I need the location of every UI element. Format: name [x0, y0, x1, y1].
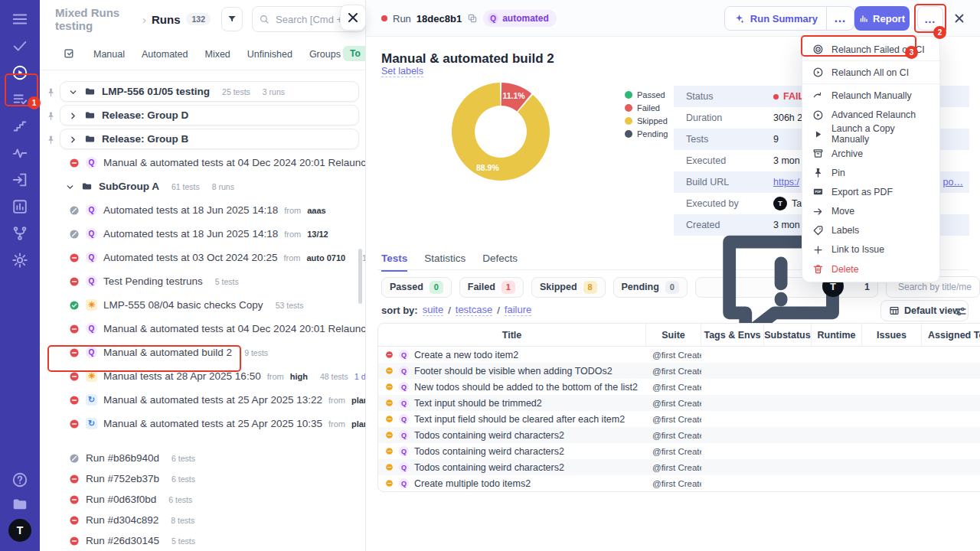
filter-button[interactable] [221, 7, 243, 31]
sort-link-failure[interactable]: failure [505, 304, 531, 316]
test-row[interactable]: QNew todos should be added to the bottom… [378, 379, 980, 395]
run-list-item-selected[interactable]: QManual & automated build 29 tests [40, 341, 365, 364]
test-row[interactable]: QCreate a new todo item2@first Create ..… [378, 347, 980, 363]
test-row[interactable]: QText input field should be cleared afte… [378, 411, 980, 427]
run-subgroup-row[interactable]: SubGroup A61 tests8 runs [40, 174, 365, 198]
run-list-item[interactable]: Run #0d63f0bd6 tests [40, 489, 365, 510]
column-header-tags-envs[interactable]: Tags & Envs [701, 324, 764, 346]
menu-item-advanced-relaunch[interactable]: Advanced Relaunch [802, 106, 939, 125]
test-title[interactable]: Todos containing weird characters2 [414, 430, 564, 441]
panel-close-button[interactable] [340, 5, 366, 31]
menu-item-link-to-issue[interactable]: Link to Issue [802, 240, 939, 259]
sidebar-analytics-icon[interactable] [8, 198, 31, 215]
filter-chip-passed[interactable]: Passed0 [381, 277, 452, 298]
column-header-issues[interactable]: Issues [862, 324, 922, 346]
test-row[interactable]: QTodos containing weird characters2@firs… [378, 459, 980, 475]
run-list-item[interactable]: ✳Manual tests at 28 Apr 2025 16:50fromhi… [40, 364, 365, 388]
sidebar-branch-icon[interactable] [8, 225, 31, 242]
run-list-item[interactable]: ↻Manual & automated tests at 25 Apr 2025… [40, 388, 365, 412]
sort-link-suite[interactable]: suite [423, 304, 443, 316]
menu-item-pin[interactable]: Pin [802, 163, 939, 182]
run-list-item[interactable]: ✳LMP-555 08/04 basic checks Copy53 tests [40, 293, 365, 317]
test-title[interactable]: Todos containing weird characters2 [414, 446, 564, 457]
menu-item-launch-a-copy-manually[interactable]: Launch a Copy Manually [802, 125, 939, 144]
test-row[interactable]: QText input should be trimmed2@first Cre… [378, 395, 980, 411]
run-list-item[interactable]: ↻Manual & automated tests at 25 Apr 2025… [40, 412, 365, 435]
menu-item-relaunch-all-on-ci[interactable]: Relaunch All on CI [802, 63, 939, 82]
breadcrumb-project[interactable]: Mixed Runs testing [55, 6, 137, 32]
runs-tab-automated[interactable]: Automated [142, 49, 188, 60]
runs-tab-unfinished[interactable]: Unfinished [247, 49, 292, 60]
chevron-down-icon[interactable] [65, 181, 75, 191]
filter-chip-failed[interactable]: Failed1 [459, 277, 524, 298]
menu-item-relaunch-failed-on-ci[interactable]: Relaunch Failed on CI [802, 40, 939, 59]
run-list-item[interactable]: Run #d304c8928 tests [40, 510, 365, 530]
run-list-item[interactable]: QAutomated tests at 03 Oct 2024 20:25fro… [40, 246, 365, 269]
run-list-item[interactable]: QManual & automated tests at 04 Dec 2024… [40, 151, 365, 174]
test-row[interactable]: QFooter should be visible when adding TO… [378, 363, 980, 379]
workspace-avatar[interactable]: T [8, 519, 31, 542]
build-url-link-tail[interactable]: po… [943, 177, 963, 187]
sidebar-menu-icon[interactable] [8, 11, 31, 28]
column-header-suite[interactable]: Suite [646, 324, 701, 346]
column-header-runtime[interactable]: Runtime [812, 324, 862, 346]
run-list-item[interactable]: QAutomated tests at 18 Jun 2025 14:18fro… [40, 198, 365, 222]
menu-item-labels[interactable]: Labels [802, 221, 939, 240]
run-list-item[interactable]: QManual & automated tests at 04 Dec 2024… [40, 317, 365, 341]
sidebar-steps-icon[interactable] [8, 118, 31, 135]
sidebar-report-list-icon[interactable] [8, 91, 31, 108]
run-list-item[interactable]: Run #b86b940d6 tests [40, 448, 365, 468]
run-group-row[interactable]: LMP-556 01/05 testing25 tests3 runs [40, 80, 365, 103]
menu-item-relaunch-manually[interactable]: Relaunch Manually [802, 86, 939, 105]
filter-chip-skipped[interactable]: Skipped8 [531, 277, 606, 298]
close-detail-icon[interactable] [952, 11, 966, 25]
test-title[interactable]: Create a new todo item2 [414, 350, 518, 360]
run-defects-link[interactable]: 1 defects [354, 372, 365, 381]
tests-search-input[interactable] [897, 281, 973, 293]
run-group-row[interactable]: Release: Group B [40, 127, 365, 151]
sort-link-testcase[interactable]: testcase [456, 304, 492, 316]
set-labels-link[interactable]: Set labels [381, 66, 423, 77]
menu-item-export-as-pdf[interactable]: PDFExport as PDF [802, 182, 939, 201]
run-group-card[interactable]: Release: Group D [60, 105, 359, 126]
sidebar-help-icon[interactable] [8, 471, 31, 488]
report-button[interactable]: Report [854, 6, 910, 31]
test-title[interactable]: New todos should be added to the bottom … [414, 382, 638, 393]
run-group-card[interactable]: LMP-556 01/05 testing25 tests3 runs [60, 81, 359, 102]
test-title[interactable]: Create multiple todo items2 [414, 478, 531, 489]
sidebar-tasks-check-icon[interactable] [8, 37, 31, 54]
run-group-card[interactable]: Release: Group B [60, 129, 359, 149]
test-row[interactable]: QTodos containing weird characters2@firs… [378, 443, 980, 459]
more-actions-button[interactable]: … [917, 6, 943, 31]
chevron-right-icon[interactable] [68, 134, 78, 144]
test-row[interactable]: QCreate multiple todo items2@first Creat… [378, 475, 980, 491]
menu-item-archive[interactable]: Archive [802, 144, 939, 163]
test-title[interactable]: Footer should be visible when adding TOD… [414, 366, 612, 377]
sidebar-settings-gear-icon[interactable] [8, 252, 31, 269]
runs-tab-manual[interactable]: Manual [93, 49, 125, 60]
menu-item-move[interactable]: Move [802, 202, 939, 221]
run-list-item[interactable]: QAutomated tests at 18 Jun 2025 14:18fro… [40, 222, 365, 246]
column-header-assigned-to[interactable]: Assigned To [922, 324, 980, 346]
sidebar-pulse-icon[interactable] [8, 145, 31, 161]
test-row[interactable]: QTodos containing weird characters2@firs… [378, 427, 980, 443]
menu-item-delete[interactable]: Delete [802, 259, 939, 279]
run-list-item[interactable]: QTest Pending testruns5 tests [40, 269, 365, 293]
run-group-row[interactable]: Release: Group D [40, 103, 365, 127]
copy-icon[interactable] [467, 13, 478, 24]
sidebar-import-icon[interactable] [8, 171, 31, 188]
filter-chip-pending[interactable]: Pending0 [613, 277, 688, 298]
column-header-title[interactable]: Title [378, 324, 646, 346]
column-header-substatus[interactable]: Substatus [764, 324, 812, 346]
run-list-item[interactable]: Run #752eb37b6 tests [40, 468, 365, 489]
automated-chip[interactable]: Q automated [483, 10, 557, 27]
run-summary-button[interactable]: Run Summary … [724, 6, 854, 31]
sidebar-runs-play-icon[interactable] [8, 64, 31, 81]
test-title[interactable]: Text input field should be cleared after… [414, 414, 625, 425]
today-chip[interactable]: To [343, 46, 366, 61]
runs-tab-mixed[interactable]: Mixed [204, 49, 230, 60]
run-summary-more-button[interactable]: … [826, 7, 854, 30]
run-list-scrollbar[interactable] [358, 249, 362, 304]
test-title[interactable]: Todos containing weird characters2 [414, 462, 564, 473]
runs-tab-groups[interactable]: Groups [309, 49, 341, 60]
